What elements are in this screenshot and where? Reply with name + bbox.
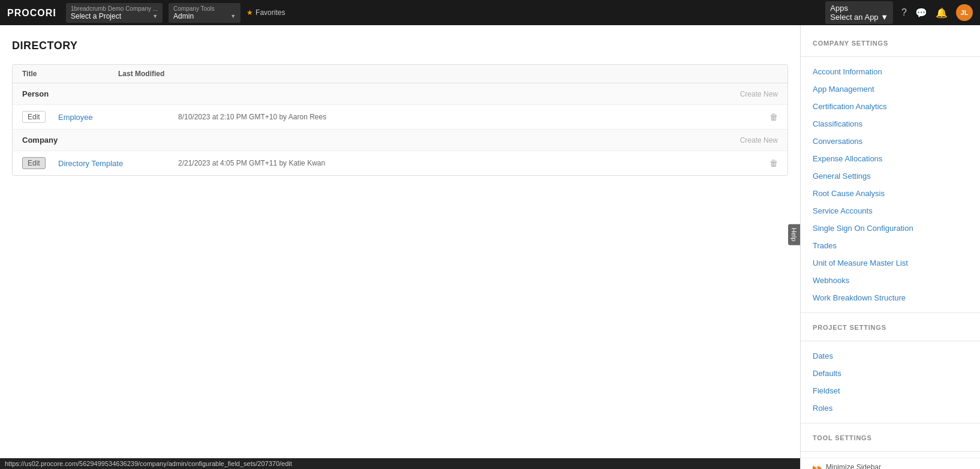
sidebar-item-defaults[interactable]: Defaults — [801, 365, 980, 382]
help-tab-label: Help — [790, 228, 798, 242]
procore-logo: PROCORE — [7, 6, 55, 19]
table-row: Edit Directory Template 2/21/2023 at 4:0… — [13, 151, 787, 175]
sidebar-item-unit-of-measure[interactable]: Unit of Measure Master List — [801, 254, 980, 272]
sidebar-item-certification-analytics[interactable]: Certification Analytics — [801, 98, 980, 115]
directory-table: Title Last Modified Person Create New Ed… — [12, 64, 788, 176]
sidebar-item-webhooks[interactable]: Webhooks — [801, 272, 980, 289]
avatar[interactable]: JL — [956, 4, 973, 21]
sidebar-item-general-settings[interactable]: General Settings — [801, 167, 980, 185]
col-actions-header — [754, 70, 778, 78]
svg-text:PROCORE: PROCORE — [7, 8, 55, 18]
edit-directory-template-button[interactable]: Edit — [22, 157, 46, 169]
sidebar-item-app-management[interactable]: App Management — [801, 80, 980, 98]
edit-employee-button[interactable]: Edit — [22, 111, 46, 123]
help-icon-button[interactable]: ? — [901, 7, 907, 18]
company-tools-dropdown[interactable]: Company Tools Admin ▼ — [169, 3, 241, 23]
tool-settings-divider — [801, 423, 980, 423]
select-app-label: Select an App ▼ — [830, 13, 888, 22]
project-settings-divider — [801, 312, 980, 313]
breadcrumb-arrow-icon: ▼ — [152, 13, 158, 19]
sidebar-item-account-information[interactable]: Account Information — [801, 63, 980, 80]
company-settings-divider — [801, 56, 980, 57]
company-settings-title: COMPANY SETTINGS — [801, 35, 980, 50]
main-layout: DIRECTORY Title Last Modified Person Cre… — [0, 25, 980, 469]
sidebar-item-fieldset[interactable]: Fieldset — [801, 382, 980, 399]
company-tools-label: Company Tools — [173, 5, 236, 12]
section-company-label: Company — [22, 136, 740, 145]
breadcrumb-project-label: Select a Project ▼ — [71, 12, 158, 20]
sidebar-item-work-breakdown[interactable]: Work Breakdown Structure — [801, 289, 980, 306]
section-person-label: Person — [22, 89, 740, 98]
directory-template-title: Directory Template — [58, 159, 178, 168]
table-header: Title Last Modified — [13, 65, 787, 83]
sidebar-item-conversations[interactable]: Conversations — [801, 133, 980, 150]
tool-settings-title: TOOL SETTINGS — [801, 429, 980, 445]
minimize-arrow-icon: ▶▶ — [813, 464, 822, 470]
minimize-sidebar-button[interactable]: ▶▶ Minimize Sidebar — [801, 458, 980, 469]
delete-employee-icon[interactable]: 🗑 — [760, 112, 778, 122]
section-row-person: Person Create New — [13, 83, 787, 105]
col-title-header: Title — [22, 70, 118, 78]
company-tools-arrow-icon: ▼ — [230, 13, 236, 19]
apps-dropdown[interactable]: Apps Select an App ▼ — [825, 1, 893, 24]
favorites-button[interactable]: ★ Favorites — [246, 8, 285, 17]
help-tab[interactable]: Help — [788, 224, 800, 245]
content-area: DIRECTORY Title Last Modified Person Cre… — [0, 25, 800, 469]
section-row-company: Company Create New — [13, 130, 787, 151]
sidebar-item-trades[interactable]: Trades — [801, 237, 980, 254]
apps-label: Apps — [830, 4, 888, 13]
sidebar-item-classifications[interactable]: Classifications — [801, 115, 980, 133]
directory-template-modified: 2/21/2023 at 4:05 PM GMT+11 by Katie Kwa… — [178, 159, 760, 167]
minimize-sidebar-label: Minimize Sidebar — [826, 463, 881, 469]
star-icon: ★ — [246, 8, 253, 17]
tool-settings-divider2 — [801, 451, 980, 452]
nav-right: Apps Select an App ▼ ? 💬 🔔 JL — [825, 1, 973, 24]
employee-title: Employee — [58, 113, 178, 122]
page-title: DIRECTORY — [12, 40, 788, 52]
table-row: Edit Employee 8/10/2023 at 2:10 PM GMT+1… — [13, 105, 787, 130]
project-settings-title: PROJECT SETTINGS — [801, 319, 980, 335]
apps-arrow-icon: ▼ — [880, 13, 888, 22]
topnav: PROCORE 1breadcrumb Demo Company ... Sel… — [0, 0, 980, 25]
status-url: https://us02.procore.com/562949953463623… — [5, 460, 292, 467]
sidebar-item-service-accounts[interactable]: Service Accounts — [801, 202, 980, 220]
sidebar-item-dates[interactable]: Dates — [801, 347, 980, 365]
sidebar-item-roles[interactable]: Roles — [801, 399, 980, 417]
col-modified-header: Last Modified — [118, 70, 754, 78]
project-settings-divider2 — [801, 341, 980, 341]
create-new-person-button[interactable]: Create New — [740, 90, 778, 98]
breadcrumb-dropdown[interactable]: 1breadcrumb Demo Company ... Select a Pr… — [66, 3, 163, 23]
notifications-icon-button[interactable]: 🔔 — [936, 7, 948, 19]
chat-icon-button[interactable]: 💬 — [915, 7, 927, 19]
employee-modified: 8/10/2023 at 2:10 PM GMT+10 by Aaron Ree… — [178, 113, 760, 121]
breadcrumb-company-label: 1breadcrumb Demo Company ... — [71, 5, 158, 12]
sidebar-item-single-sign-on[interactable]: Single Sign On Configuration — [801, 220, 980, 237]
sidebar-item-root-cause-analysis[interactable]: Root Cause Analysis — [801, 185, 980, 202]
admin-label: Admin ▼ — [173, 12, 236, 20]
sidebar-item-expense-allocations[interactable]: Expense Allocations — [801, 150, 980, 167]
create-new-company-button[interactable]: Create New — [740, 136, 778, 145]
bottom-status-bar: https://us02.procore.com/562949953463623… — [0, 458, 800, 469]
delete-directory-template-icon[interactable]: 🗑 — [760, 158, 778, 168]
right-sidebar: COMPANY SETTINGS Account Information App… — [800, 25, 980, 469]
